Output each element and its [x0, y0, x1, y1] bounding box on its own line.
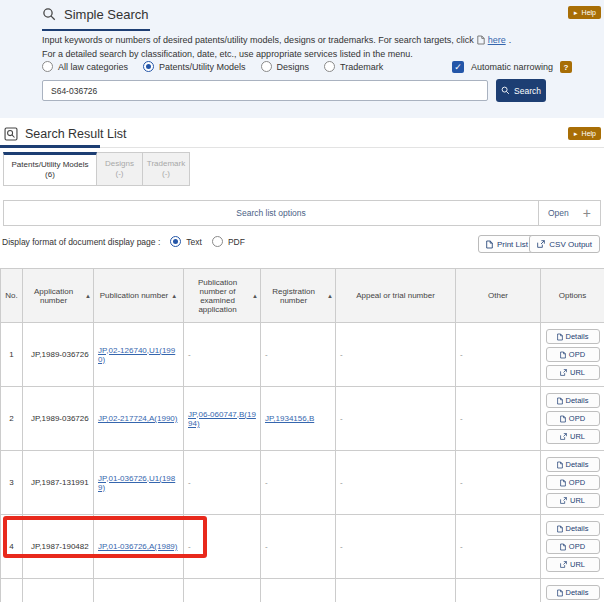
radio-all-law-categories[interactable]: All law categories: [42, 61, 128, 72]
url-button[interactable]: URL: [546, 429, 600, 444]
page-icon: [557, 333, 563, 341]
header-examined-publication-number[interactable]: Publication number of examined applicati…: [184, 269, 261, 323]
table-row: 3 JP,1987-131991 JP,01-036726,U1(1989) -…: [1, 451, 604, 515]
plus-icon: +: [583, 205, 591, 221]
sort-ascending-icon[interactable]: ▲: [252, 293, 258, 299]
appeal-number-cell: -: [336, 579, 456, 602]
table-row-highlighted: 4 JP,1987-190482 JP,01-036726,A(1989) - …: [1, 515, 604, 579]
help-button-result-list[interactable]: ► Help: [568, 127, 601, 140]
page-icon: [557, 589, 563, 597]
publication-number-link[interactable]: JP,01-036726,U1(1989): [98, 474, 175, 492]
page-icon: [560, 415, 566, 423]
sort-ascending-icon[interactable]: ▲: [85, 293, 91, 299]
row-number: 4: [1, 515, 23, 579]
radio-selected-icon: [170, 236, 181, 247]
publication-number-cell: JP,02-126740,U1(1990): [94, 323, 184, 387]
examined-number-cell: JP,01-036726,Y2(1989): [184, 579, 261, 602]
registration-number-cell: -: [261, 451, 336, 515]
table-row: 2 JP,1989-036726 JP,02-217724,A(1990) JP…: [1, 387, 604, 451]
page-icon: [560, 351, 566, 359]
opd-button[interactable]: OPD: [546, 539, 600, 554]
publication-number-cell: JP,01-036726,U1(1989): [94, 451, 184, 515]
url-button[interactable]: URL: [546, 365, 600, 380]
search-list-options-label: Search list options: [4, 201, 538, 225]
header-publication-number[interactable]: Publication number▲: [94, 269, 184, 323]
details-button[interactable]: Details: [546, 585, 600, 600]
external-link-icon: [560, 369, 567, 376]
tab-patents-utility-models[interactable]: Patents/Utility Models (6): [3, 152, 97, 186]
radio-selected-icon: [143, 61, 154, 72]
details-button[interactable]: Details: [546, 457, 600, 472]
search-result-section: Search Result List ► Help Patents/Utilit…: [0, 118, 604, 602]
search-button[interactable]: Search: [496, 79, 546, 102]
automatic-narrowing-checkbox[interactable]: ✓: [452, 61, 464, 73]
row-number: 5: [1, 579, 23, 602]
publication-number-link[interactable]: JP,02-126740,U1(1990): [98, 346, 175, 364]
header-application-number[interactable]: Application number▲: [23, 269, 94, 323]
other-cell: -: [456, 323, 541, 387]
details-button[interactable]: Details: [546, 329, 600, 344]
row-number: 3: [1, 451, 23, 515]
print-list-button[interactable]: Print List: [478, 235, 536, 253]
url-button[interactable]: URL: [546, 493, 600, 508]
help-label: Help: [582, 130, 596, 137]
law-category-radios: All law categories Patents/Utility Model…: [42, 61, 383, 72]
registration-number-cell: JP,1934156,B: [261, 387, 336, 451]
radio-icon: [212, 236, 223, 247]
examined-number-link[interactable]: JP,06-060747,B(1994): [188, 410, 256, 428]
publication-number-link[interactable]: JP,02-217724,A(1990): [98, 414, 177, 423]
opd-button[interactable]: OPD: [546, 411, 600, 426]
radio-designs[interactable]: Designs: [261, 61, 310, 72]
radio-label: Text: [186, 237, 202, 247]
tab-trademark: Trademark (-): [143, 152, 190, 186]
details-button[interactable]: Details: [546, 521, 600, 536]
opd-button[interactable]: OPD: [546, 475, 600, 490]
url-button[interactable]: URL: [546, 557, 600, 572]
radio-icon: [324, 61, 335, 72]
search-query-input[interactable]: [42, 80, 488, 101]
help-button-simple-search[interactable]: ► Help: [568, 6, 601, 19]
search-list-options-bar[interactable]: Search list options Open +: [3, 200, 601, 226]
search-button-label: Search: [514, 86, 541, 96]
radio-format-text[interactable]: Text: [170, 236, 202, 247]
options-cell: Details OPD URL: [541, 323, 604, 387]
document-icon: [477, 35, 485, 45]
intro-line-2: For a detailed search by classification,…: [42, 49, 413, 59]
options-bar-open[interactable]: Open +: [538, 201, 600, 225]
page-icon: [560, 543, 566, 551]
publication-number-link[interactable]: JP,01-036726,A(1989): [98, 542, 177, 551]
here-link[interactable]: here: [488, 35, 506, 45]
application-number-cell: JP,1987-190482: [23, 515, 94, 579]
result-list-title: Search Result List: [25, 127, 126, 141]
arrow-right-icon: ►: [573, 131, 579, 137]
header-other: Other: [456, 269, 541, 323]
jplatpat-page: Simple Search ► Help Input keywords or n…: [0, 0, 604, 602]
radio-format-pdf[interactable]: PDF: [212, 236, 245, 247]
options-cell: Details OPD URL: [541, 451, 604, 515]
header-appeal-or-trial-number: Appeal or trial number: [336, 269, 456, 323]
result-list-heading: Search Result List: [4, 127, 126, 141]
radio-patents-utility-models[interactable]: Patents/Utility Models: [143, 61, 246, 72]
table-header-row: No. Application number▲ Publication numb…: [1, 269, 604, 323]
examined-number-cell: -: [184, 451, 261, 515]
search-icon: [501, 86, 510, 95]
application-number-cell: JP,1987-131991: [23, 451, 94, 515]
opd-button[interactable]: OPD: [546, 347, 600, 362]
radio-trademark[interactable]: Trademark: [324, 61, 383, 72]
other-cell: -: [456, 579, 541, 602]
header-registration-number[interactable]: Registration number▲: [261, 269, 336, 323]
question-help-icon[interactable]: ?: [560, 61, 572, 73]
registration-number-cell: JP,1802656,Y: [261, 579, 336, 602]
intro-text-period: .: [509, 35, 512, 45]
tab-label: Designs: [105, 159, 134, 169]
details-button[interactable]: Details: [546, 393, 600, 408]
heading-underline: [0, 145, 100, 148]
sort-ascending-icon[interactable]: ▲: [171, 293, 177, 299]
tab-label: Patents/Utility Models: [12, 160, 89, 170]
appeal-number-cell: -: [336, 451, 456, 515]
registration-number-link[interactable]: JP,1934156,B: [265, 414, 314, 423]
csv-output-label: CSV Output: [549, 240, 592, 249]
options-cell: Details OPD URL: [541, 515, 604, 579]
sort-ascending-icon[interactable]: ▲: [327, 293, 333, 299]
csv-output-button[interactable]: CSV Output: [529, 235, 600, 253]
